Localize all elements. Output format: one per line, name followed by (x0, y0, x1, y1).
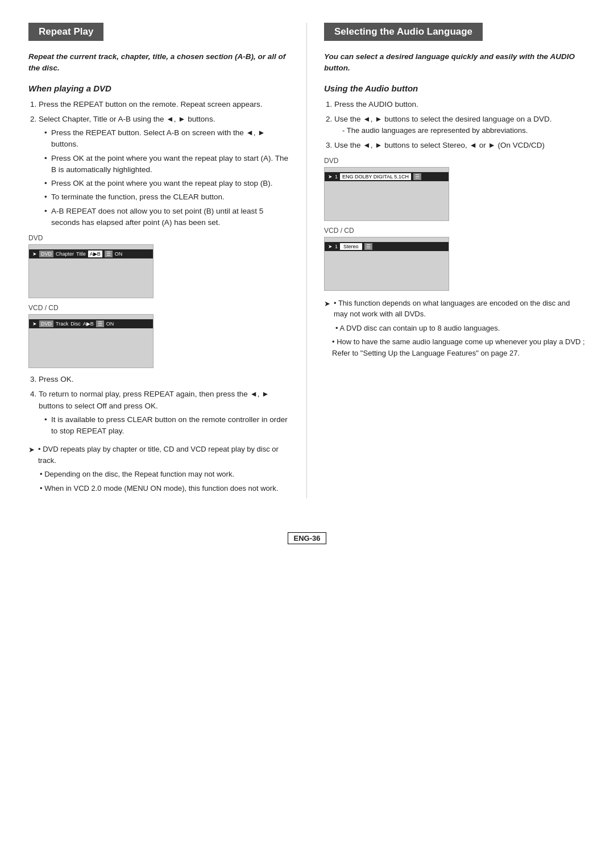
left-subtitle: Repeat the current track, chapter, title… (28, 51, 289, 74)
right-step-3: Use the ◄, ► buttons to select Stereo, ◄… (334, 140, 586, 151)
left-step-4-subitems: It is available to press CLEAR button on… (39, 414, 289, 437)
right-notes: ➤ • This function depends on what langua… (324, 298, 586, 359)
left-steps-1: Press the REPEAT button on the remote. R… (28, 99, 289, 229)
left-sub-5: A-B REPEAT does not allow you to set poi… (44, 206, 289, 229)
left-dvd-bar: ➤ DVD Chapter Title A▶B ☰ ON (29, 249, 153, 258)
left-column: Repeat Play Repeat the current track, ch… (28, 23, 307, 498)
right-steps: Press the AUDIO button. Use the ◄, ► but… (324, 99, 586, 151)
left-subsection-title: When playing a DVD (28, 84, 289, 93)
left-sub-4: To terminate the function, press the CLE… (44, 191, 289, 203)
right-column: Selecting the Audio Language You can sel… (307, 23, 586, 498)
left-step-2-subitems: Press the REPEAT button. Select A-B on s… (39, 127, 289, 228)
right-vcd-bar: ➤ 1 Stereo ☰ (325, 242, 449, 251)
left-sub-3: Press OK at the point where you want the… (44, 178, 289, 189)
left-dvd-screen: ➤ DVD Chapter Title A▶B ☰ ON (28, 244, 154, 298)
right-note-3: • How to have the same audio language co… (324, 336, 586, 358)
right-subtitle: You can select a desired language quickl… (324, 51, 586, 74)
left-sub-2: Press OK at the point where you want the… (44, 153, 289, 176)
page-layout: Repeat Play Repeat the current track, ch… (28, 23, 586, 498)
right-dvd-bar: ➤ 1 ENG DOLBY DIGITAL 5.1CH ☰ (325, 172, 449, 181)
left-note-3: • When in VCD 2.0 mode (MENU ON mode), t… (28, 483, 289, 494)
left-note-2: • Depending on the disc, the Repeat func… (28, 469, 289, 480)
page-number: ENG-36 (288, 532, 327, 544)
arrow-icon-1: ➤ (28, 444, 35, 456)
left-vcd-screen: ➤ DVD Track Disc A▶B ☰ ON (28, 314, 154, 368)
right-subsection-title: Using the Audio button (324, 84, 586, 93)
right-note-1: ➤ • This function depends on what langua… (324, 298, 586, 320)
left-sub-1: Press the REPEAT button. Select A-B on s… (44, 127, 289, 151)
left-step-4-sub-1: It is available to press CLEAR button on… (44, 414, 289, 437)
right-vcd-screen: ➤ 1 Stereo ☰ (324, 237, 449, 291)
right-note-2: • A DVD disc can contain up to 8 audio l… (324, 323, 586, 334)
right-section-header: Selecting the Audio Language (324, 23, 483, 41)
left-notes: ➤ • DVD repeats play by chapter or title… (28, 444, 289, 494)
right-step-2-sub: - The audio languages are represented by… (334, 125, 586, 136)
left-vcd-label: VCD / CD (28, 304, 289, 312)
left-step-2: Select Chapter, Title or A-B using the ◄… (39, 114, 289, 228)
right-step-1: Press the AUDIO button. (334, 99, 586, 110)
left-note-1: ➤ • DVD repeats play by chapter or title… (28, 444, 289, 466)
left-step-3: Press OK. (39, 374, 289, 385)
right-dvd-label: DVD (324, 157, 586, 165)
left-dvd-label: DVD (28, 234, 289, 242)
right-dvd-screen: ➤ 1 ENG DOLBY DIGITAL 5.1CH ☰ (324, 167, 449, 221)
left-section-header: Repeat Play (28, 23, 103, 41)
left-vcd-bar: ➤ DVD Track Disc A▶B ☰ ON (29, 319, 153, 328)
right-step-2: Use the ◄, ► buttons to select the desir… (334, 114, 586, 136)
left-step-4: To return to normal play, press REPEAT a… (39, 389, 289, 437)
left-steps-2: Press OK. To return to normal play, pres… (28, 374, 289, 437)
arrow-icon-2: ➤ (324, 298, 330, 310)
page-number-wrap: ENG-36 (28, 515, 586, 544)
right-vcd-label: VCD / CD (324, 227, 586, 235)
left-step-1: Press the REPEAT button on the remote. R… (39, 99, 289, 110)
